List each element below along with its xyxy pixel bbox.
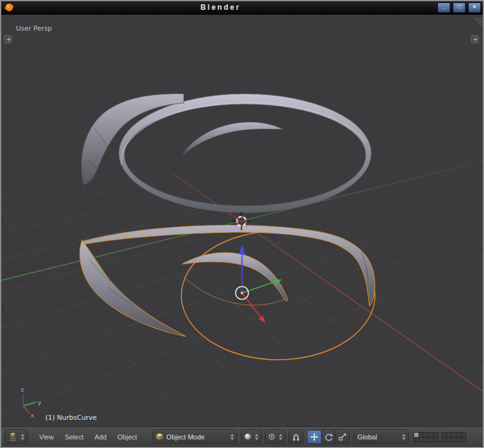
maximize-button[interactable]: □ — [453, 2, 466, 13]
translate-manipulator-toggle[interactable] — [307, 430, 322, 444]
pivot-icon — [268, 433, 276, 441]
scale-manipulator-toggle[interactable] — [335, 430, 350, 444]
layer-toggle-20[interactable] — [461, 437, 466, 442]
layers-widget — [414, 432, 466, 442]
viewport-shading-dropdown[interactable] — [241, 430, 262, 444]
sphere-shading-icon — [244, 433, 252, 441]
mode-dropdown[interactable]: Object Mode — [153, 430, 237, 444]
menu-view[interactable]: View — [34, 433, 59, 441]
object-origin-dot — [241, 292, 244, 295]
gizmo-z-label: z — [21, 387, 24, 393]
editor-type-selector[interactable] — [5, 430, 28, 444]
object-info-label: (1) NurbsCurve — [45, 414, 97, 422]
manipulator-toggle-group — [307, 430, 350, 444]
orientation-label: Global — [357, 433, 399, 441]
mode-label: Object Mode — [165, 433, 227, 441]
scale-icon — [338, 433, 347, 441]
plus-icon: + — [6, 36, 11, 43]
translate-icon — [310, 433, 319, 441]
chevron-updown-icon — [255, 434, 259, 440]
menu-add[interactable]: Add — [89, 433, 112, 441]
gizmo-y-label: y — [38, 400, 42, 406]
transform-orientation-dropdown[interactable]: Global — [354, 430, 409, 444]
pivot-point-dropdown[interactable] — [265, 430, 285, 444]
chevron-updown-icon — [402, 434, 406, 440]
rotate-icon — [324, 433, 333, 441]
close-button[interactable]: × — [468, 2, 481, 13]
gizmo-x-label: x — [31, 412, 34, 419]
chevron-updown-icon — [21, 434, 25, 440]
viewport-header: View Select Add Object Object Mode — [0, 427, 484, 446]
cube-icon — [156, 433, 164, 441]
region-split-left[interactable]: + — [4, 36, 12, 43]
rotate-manipulator-toggle[interactable] — [321, 430, 336, 444]
blender-window: Blender _ □ × — [0, 0, 484, 448]
plus-icon: + — [473, 36, 478, 43]
layer-toggle-10[interactable] — [433, 437, 439, 442]
region-split-right[interactable]: + — [471, 36, 478, 43]
titlebar[interactable]: Blender _ □ × — [0, 0, 484, 15]
minimize-button[interactable]: _ — [437, 2, 450, 13]
window-title: Blender — [0, 3, 441, 12]
3d-viewport[interactable]: User Persp (1) NurbsCurve z y x + + — [0, 15, 484, 427]
chevron-updown-icon — [279, 434, 282, 440]
chevron-updown-icon — [230, 434, 234, 440]
menu-select[interactable]: Select — [59, 433, 89, 441]
menu-object[interactable]: Object — [112, 433, 143, 441]
magnet-icon — [292, 433, 300, 441]
view-name-label: User Persp — [16, 25, 52, 32]
editor-3dview-icon — [8, 432, 18, 442]
snap-toggle-button[interactable] — [289, 430, 303, 444]
